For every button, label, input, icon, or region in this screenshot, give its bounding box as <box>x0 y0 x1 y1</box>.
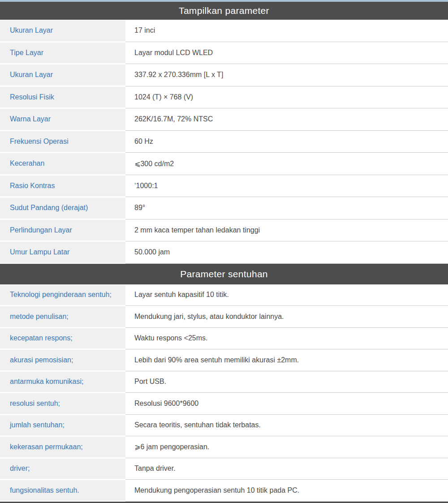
spec-page: Tampilkan parameterUkuran Layar17 inciTi… <box>0 0 448 503</box>
spec-row: kecepatan respons;Waktu respons <25ms. <box>0 328 448 350</box>
spec-row: Kecerahan⩽300 cd/m2 <box>0 153 448 175</box>
spec-row: resolusi sentuh;Resolusi 9600*9600 <box>0 393 448 415</box>
spec-value: Lebih dari 90% area sentuh memiliki akur… <box>125 349 448 371</box>
spec-label: Ukuran Layar <box>0 20 125 42</box>
spec-label: metode penulisan; <box>0 306 125 328</box>
spec-label: kecepatan respons; <box>0 328 125 350</box>
spec-value: Tanpa driver. <box>125 458 448 480</box>
section-header: Parameter sentuhan <box>0 264 448 284</box>
spec-value: Layar sentuh kapasitif 10 titik. <box>125 284 448 306</box>
spec-row: Resolusi Fisik1024 (T) × 768 (V) <box>0 86 448 109</box>
spec-value: Waktu respons <25ms. <box>125 328 448 350</box>
spec-value: 89° <box>125 197 448 219</box>
spec-label: Rasio Kontras <box>0 175 125 198</box>
spec-value: Mendukung jari, stylus, atau konduktor l… <box>125 306 448 328</box>
spec-value: 17 inci <box>125 20 448 42</box>
spec-row: Perlindungan Layar2 mm kaca temper tahan… <box>0 219 448 242</box>
spec-value: Layar modul LCD WLED <box>125 42 448 64</box>
spec-value: Mendukung pengoperasian sentuh 10 titik … <box>125 480 448 502</box>
bottom-accent-bar <box>0 502 448 503</box>
spec-row: fungsionalitas sentuh.Mendukung pengoper… <box>0 480 448 502</box>
spec-row: Tipe LayarLayar modul LCD WLED <box>0 42 448 64</box>
spec-label: Sudut Pandang (derajat) <box>0 197 125 219</box>
spec-label: Ukuran Layar <box>0 64 125 86</box>
spec-value: ‘1000:1 <box>125 175 448 198</box>
spec-row: Warna Layar262K/16.7M, 72% NTSC <box>0 108 448 131</box>
spec-label: Umur Lampu Latar <box>0 241 125 264</box>
spec-value: 50.000 jam <box>125 241 448 264</box>
spec-row: Teknologi penginderaan sentuh;Layar sent… <box>0 284 448 306</box>
spec-value: Port USB. <box>125 371 448 393</box>
spec-value: Secara teoritis, sentuhan tidak terbatas… <box>125 415 448 437</box>
spec-label: Teknologi penginderaan sentuh; <box>0 284 125 306</box>
spec-value: Resolusi 9600*9600 <box>125 393 448 415</box>
spec-value: 2 mm kaca temper tahan ledakan tinggi <box>125 219 448 242</box>
spec-row: Frekuensi Operasi60 Hz <box>0 131 448 153</box>
spec-label: resolusi sentuh; <box>0 393 125 415</box>
spec-row: jumlah sentuhan;Secara teoritis, sentuha… <box>0 415 448 437</box>
spec-value: 1024 (T) × 768 (V) <box>125 86 448 109</box>
spec-value: 337.92 x 270.336mm [L x T] <box>125 64 448 86</box>
spec-label: Tipe Layar <box>0 42 125 64</box>
spec-row: Ukuran Layar17 inci <box>0 20 448 42</box>
spec-row: driver;Tanpa driver. <box>0 458 448 480</box>
spec-label: Frekuensi Operasi <box>0 131 125 153</box>
spec-label: jumlah sentuhan; <box>0 415 125 437</box>
section-header: Tampilkan parameter <box>0 2 448 20</box>
spec-label: Perlindungan Layar <box>0 219 125 242</box>
spec-label: akurasi pemosisian; <box>0 349 125 371</box>
spec-sections: Tampilkan parameterUkuran Layar17 inciTi… <box>0 2 448 502</box>
spec-label: Warna Layar <box>0 108 125 131</box>
spec-row: metode penulisan;Mendukung jari, stylus,… <box>0 306 448 328</box>
spec-row: Sudut Pandang (derajat)89° <box>0 197 448 219</box>
spec-label: fungsionalitas sentuh. <box>0 480 125 502</box>
spec-row: akurasi pemosisian;Lebih dari 90% area s… <box>0 349 448 371</box>
spec-label: antarmuka komunikasi; <box>0 371 125 393</box>
spec-label: Kecerahan <box>0 153 125 175</box>
spec-row: kekerasan permukaan;⩾6 jam pengoperasian… <box>0 436 448 458</box>
spec-value: 60 Hz <box>125 131 448 153</box>
spec-value: ⩽300 cd/m2 <box>125 153 448 175</box>
spec-row: Umur Lampu Latar50.000 jam <box>0 241 448 264</box>
spec-value: ⩾6 jam pengoperasian. <box>125 436 448 458</box>
spec-label: driver; <box>0 458 125 480</box>
spec-value: 262K/16.7M, 72% NTSC <box>125 108 448 131</box>
spec-row: antarmuka komunikasi;Port USB. <box>0 371 448 393</box>
spec-label: kekerasan permukaan; <box>0 436 125 458</box>
spec-row: Rasio Kontras‘1000:1 <box>0 175 448 198</box>
spec-label: Resolusi Fisik <box>0 86 125 109</box>
spec-row: Ukuran Layar337.92 x 270.336mm [L x T] <box>0 64 448 86</box>
